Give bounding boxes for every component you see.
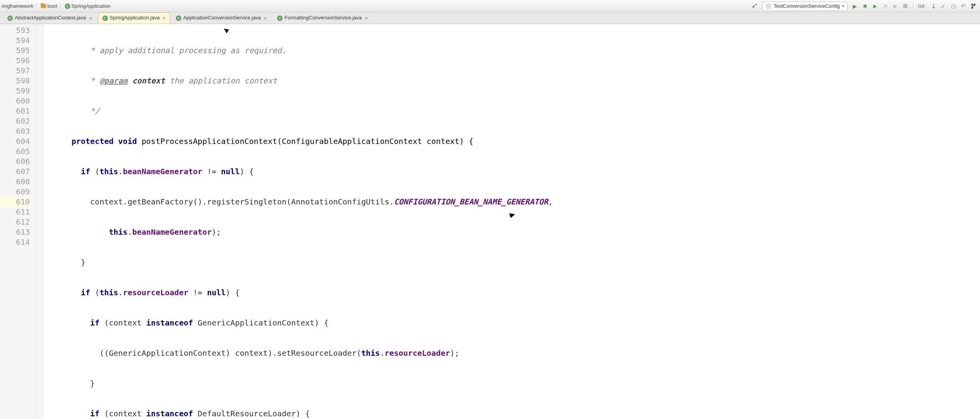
coverage-icon: ▶ — [873, 3, 877, 9]
code-text: if — [90, 318, 99, 327]
code-text: if — [90, 409, 99, 418]
stop-icon — [903, 4, 907, 8]
vcs-update-button[interactable]: ↙ — [928, 2, 938, 11]
svg-marker-1 — [224, 29, 229, 33]
code-text: (ConfigurableApplicationContext context)… — [277, 137, 474, 146]
class-icon: C — [277, 16, 283, 21]
profile-icon: ◔ — [883, 3, 887, 9]
run-config-label: TestConversionServiceConfig — [774, 3, 840, 9]
toolbar-separator — [913, 3, 913, 10]
code-text: CONFIGURATION_BEAN_NAME_GENERATOR — [394, 197, 548, 206]
code-text: ((GenericApplicationContext) context).se… — [99, 348, 361, 358]
class-icon: C — [7, 16, 13, 21]
code-text: != — [202, 167, 221, 176]
editor-tabs: C AbstractApplicationContext.java ✕ C Sp… — [0, 12, 980, 24]
code-area[interactable]: * apply additional processing as require… — [43, 24, 980, 419]
code-text: if — [81, 167, 90, 176]
chevron-down-icon: ▾ — [842, 4, 844, 8]
close-icon[interactable]: ✕ — [89, 16, 92, 21]
code-text: @param — [99, 76, 127, 85]
file-tab[interactable]: C FormattingConversionService.java ✕ — [273, 12, 372, 24]
bug-icon: ✱ — [863, 3, 867, 9]
breadcrumb-label: boot — [47, 3, 57, 9]
vcs-branch-button[interactable] — [969, 2, 978, 11]
code-text: ); — [450, 348, 460, 358]
code-text: ( — [90, 288, 99, 297]
code-editor[interactable]: 5935945955965975985996006016026036046056… — [0, 24, 980, 419]
code-text: . — [380, 348, 385, 358]
revert-icon: ↶ — [961, 3, 966, 10]
code-text: this — [99, 167, 118, 176]
class-icon: C — [102, 16, 108, 21]
debug-button[interactable]: ✱ — [860, 2, 870, 11]
code-text: ); — [212, 227, 221, 237]
code-text: context — [128, 76, 165, 85]
fold-gutter — [36, 24, 43, 419]
code-text: this — [99, 288, 118, 297]
breadcrumb-item[interactable]: ringframework — [2, 3, 33, 9]
code-text: this — [361, 348, 380, 358]
profile-button[interactable]: ◔ — [881, 2, 890, 11]
chevron-right-icon: 〉 — [35, 3, 39, 9]
code-text: apply additional processing as required. — [99, 46, 286, 55]
chevron-right-icon: 〉 — [59, 3, 63, 9]
breadcrumb-item[interactable]: boot — [41, 3, 57, 9]
breadcrumb-item[interactable]: C SpringApplication — [65, 3, 111, 9]
code-text: if — [81, 288, 90, 297]
code-text: protected void — [71, 137, 137, 146]
folder-icon — [41, 4, 46, 8]
hammer-icon — [751, 3, 758, 10]
tab-label: ApplicationConversionService.java — [183, 15, 261, 22]
code-text: GenericApplicationContext) { — [193, 318, 328, 327]
git-label: Git: — [918, 3, 926, 9]
check-icon: ✓ — [941, 3, 946, 10]
code-text: instanceof — [146, 318, 193, 327]
vcs-history-button[interactable]: ◷ — [949, 2, 958, 11]
code-text: resourceLoader — [385, 348, 450, 358]
build-button[interactable] — [750, 2, 760, 11]
breadcrumb: ringframework 〉 boot 〉 C SpringApplicati… — [2, 3, 111, 9]
play-icon: ▶ — [853, 3, 857, 9]
code-text: */ — [85, 106, 99, 116]
code-text: != — [188, 288, 207, 297]
toolbar: ringframework 〉 boot 〉 C SpringApplicati… — [0, 0, 980, 12]
stop-button — [901, 2, 910, 11]
code-text: } — [81, 258, 85, 267]
code-text: } — [90, 379, 95, 388]
line-number-gutter: 5935945955965975985996006016026036046056… — [0, 24, 36, 419]
arrow-down-icon: ↙ — [929, 2, 938, 10]
class-icon: C — [65, 3, 70, 9]
close-icon[interactable]: ✕ — [364, 16, 368, 21]
breadcrumb-label: ringframework — [2, 3, 33, 9]
code-text: context.getBeanFactory().registerSinglet… — [90, 197, 394, 206]
vcs-revert-button[interactable]: ↶ — [959, 2, 968, 11]
file-tab[interactable]: C SpringApplication.java ✕ — [98, 12, 170, 24]
tab-label: FormattingConversionService.java — [284, 15, 362, 22]
code-text: DefaultResourceLoader) { — [193, 409, 310, 418]
code-text: instanceof — [146, 409, 193, 418]
code-text: null — [221, 167, 240, 176]
code-text: beanNameGenerator — [132, 227, 212, 237]
play-icon: ▶ — [893, 3, 897, 9]
svg-marker-3 — [509, 213, 515, 218]
code-text: . — [128, 227, 132, 237]
close-icon[interactable]: ✕ — [264, 16, 267, 21]
vcs-commit-button[interactable]: ✓ — [938, 2, 948, 11]
code-text: . — [118, 288, 123, 297]
code-text: * — [85, 46, 99, 55]
code-text: (context — [99, 409, 146, 418]
branch-icon — [970, 3, 977, 9]
close-icon[interactable]: ✕ — [162, 16, 166, 21]
code-text: this — [109, 227, 128, 237]
file-tab[interactable]: C AbstractApplicationContext.java ✕ — [3, 12, 97, 24]
run-config-selector[interactable]: TestConversionServiceConfig ▾ — [762, 2, 848, 11]
code-text: * — [85, 76, 99, 85]
run-dashboard-button[interactable]: ▶ — [891, 2, 900, 11]
coverage-button[interactable]: ▶ — [871, 2, 880, 11]
run-button[interactable]: ▶ — [850, 2, 860, 11]
tab-label: SpringApplication.java — [110, 15, 160, 22]
tab-label: AbstractApplicationContext.java — [15, 15, 86, 22]
file-tab[interactable]: C ApplicationConversionService.java ✕ — [172, 12, 271, 24]
code-text: ( — [90, 167, 99, 176]
code-text: null — [207, 288, 225, 297]
